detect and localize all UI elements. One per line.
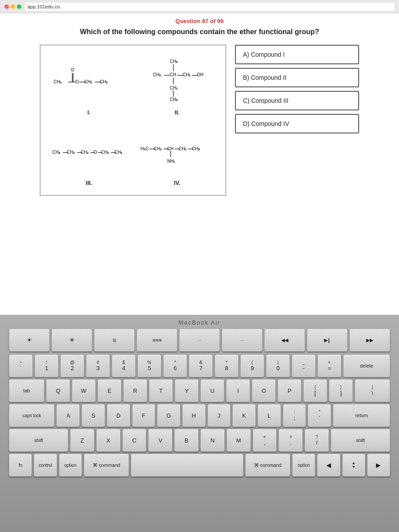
key-C[interactable]: C [122,429,147,452]
key-option-left[interactable]: option [59,454,82,477]
question-header: Question 87 of 99 [176,18,223,24]
key-T[interactable]: T [149,379,173,402]
fn-key-F4[interactable]: ⊞⊞⊞ [137,329,177,352]
compound-II-structure: CH₃ CH CH₃ CH₂ OH CH₂ [140,57,215,106]
fn-key-F2[interactable]: ☀ [51,329,92,352]
answer-B-button[interactable]: B) Compound II [235,68,359,87]
fn-key-F6[interactable]: ⋯ [222,329,262,352]
content-area: Question 87 of 99 Which of the following… [0,13,399,315]
fn-key-brightness-down[interactable]: ☀ [9,329,50,352]
svg-text:OH: OH [197,72,203,77]
key-H[interactable]: H [182,404,206,427]
key-F[interactable]: F [132,404,156,427]
key-I[interactable]: I [226,379,250,402]
key-return[interactable]: return [333,404,390,427]
key-bracket-left[interactable]: {[ [303,379,327,402]
answer-A-button[interactable]: A) Compound I [235,45,359,64]
fn-key-F9-forward[interactable]: ▶▶ [349,329,390,352]
svg-text:CH₃: CH₃ [170,59,178,64]
answer-D-button[interactable]: D) Compound IV [235,114,359,133]
key-arrow-right[interactable]: ▶ [367,454,390,477]
svg-text:CH₂: CH₂ [81,150,89,155]
key-8[interactable]: *8 [215,354,239,377]
key-minus[interactable]: _- [292,354,316,377]
fn-key-F7-rewind[interactable]: ◀◀ [264,329,305,352]
key-R[interactable]: R [123,379,147,402]
key-command-left[interactable]: ⌘ command [84,454,129,477]
key-V[interactable]: V [148,429,172,452]
key-P[interactable]: P [278,379,301,402]
key-M[interactable]: M [227,429,251,452]
compound-II-label: II. [175,109,180,116]
key-backtick[interactable]: ~` [9,354,33,377]
key-bracket-right[interactable]: }] [329,379,353,402]
key-2[interactable]: @2 [60,354,84,377]
key-quote[interactable]: "' [308,404,331,427]
key-4[interactable]: $4 [112,354,136,377]
key-B[interactable]: B [174,429,199,452]
svg-text:CH₃: CH₃ [52,150,60,155]
maximize-button[interactable] [17,4,21,9]
key-arrow-up-down[interactable]: ▲▼ [342,454,365,477]
key-1[interactable]: !1 [35,354,59,377]
key-3[interactable]: #3 [86,354,110,377]
svg-text:CH₂: CH₂ [170,86,178,90]
key-5[interactable]: %5 [137,354,161,377]
key-control[interactable]: control [34,454,57,477]
key-0[interactable]: )0 [266,354,290,377]
key-shift-left[interactable]: shift [9,429,68,452]
answer-options: A) Compound I B) Compound II C) Compound… [235,45,359,196]
key-period[interactable]: >. [278,429,303,452]
minimize-button[interactable] [11,4,15,9]
key-tab[interactable]: tab [9,379,44,402]
key-slash[interactable]: ?/ [305,429,329,452]
key-comma[interactable]: <, [253,429,277,452]
fn-key-F8-play[interactable]: ▶‖ [307,329,348,352]
url-bar[interactable]: app.101edu.co [25,3,395,11]
key-W[interactable]: W [72,379,96,402]
key-G[interactable]: G [157,404,180,427]
key-option-right[interactable]: option [292,454,315,477]
fn-key-F3[interactable]: ⊟ [94,329,135,352]
window-controls [4,4,21,9]
key-O[interactable]: O [252,379,276,402]
key-equals[interactable]: += [317,354,341,377]
key-arrow-left[interactable]: ◀ [317,454,340,477]
svg-text:CH₃: CH₃ [153,72,161,77]
key-X[interactable]: X [96,429,121,452]
qwerty-row: tab Q W E R T Y U I O P {[ }] |\ [9,379,390,402]
key-space[interactable] [131,454,243,477]
key-Q[interactable]: Q [46,379,70,402]
key-shift-right[interactable]: shift [331,429,390,452]
key-K[interactable]: K [232,404,256,427]
key-N[interactable]: N [200,429,225,452]
macbook-label: MacBook Air [179,319,221,326]
key-L[interactable]: L [258,404,281,427]
number-row: ~` !1 @2 #3 $4 %5 ^6 &7 *8 (9 )0 _- += d… [9,354,390,377]
key-D[interactable]: D [107,404,130,427]
key-command-right[interactable]: ⌘ command [245,454,291,477]
key-J[interactable]: J [207,404,231,427]
key-semicolon[interactable]: :; [283,404,306,427]
key-S[interactable]: S [82,404,105,427]
key-E[interactable]: E [98,379,121,402]
key-delete[interactable]: delete [343,354,390,377]
key-9[interactable]: (9 [240,354,264,377]
close-button[interactable] [4,4,9,9]
key-backslash[interactable]: |\ [355,379,390,402]
key-Y[interactable]: Y [175,379,199,402]
key-caps[interactable]: caps lock [9,404,55,427]
fn-key-F5[interactable]: ⋯ [179,329,220,352]
key-U[interactable]: U [200,379,224,402]
key-Z[interactable]: Z [70,429,94,452]
svg-text:CH₂: CH₂ [67,150,75,155]
svg-text:CH₂: CH₂ [183,72,191,77]
compound-I-structure: CH₃ O O CH₂ CH₃ [51,57,127,106]
key-A[interactable]: A [56,404,80,427]
key-fn[interactable]: fn [9,454,32,477]
svg-text:CH₃: CH₃ [192,146,200,151]
key-7[interactable]: &7 [189,354,213,377]
svg-text:O: O [75,79,79,84]
answer-C-button[interactable]: C) Compound III [235,91,359,110]
key-6[interactable]: ^6 [163,354,187,377]
